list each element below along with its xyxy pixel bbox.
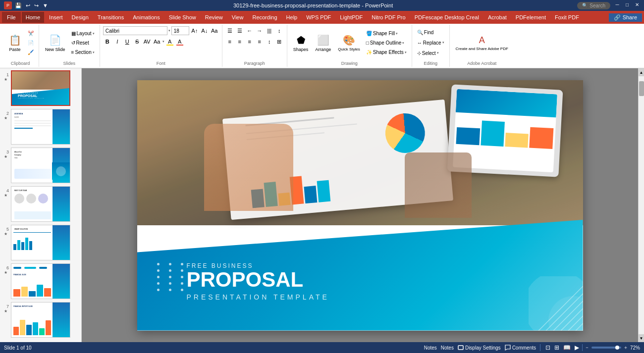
share-button[interactable]: 🔗Share [609, 13, 642, 22]
scroll-down-button[interactable]: ▼ [639, 334, 644, 342]
shape-outline-button[interactable]: □ Shape Outline ▾ [364, 39, 409, 48]
slide-canvas[interactable]: FREE BUSINESS PROPOSAL PRESENTATION TEMP… [137, 80, 583, 331]
shape-outline-dropdown[interactable]: ▾ [402, 41, 404, 45]
cut-button[interactable]: ✂️ [26, 29, 36, 38]
foxit-menu[interactable]: Foxit PDF [551, 12, 583, 23]
shape-effects-dropdown[interactable]: ▾ [405, 50, 407, 54]
font-size-input[interactable] [171, 26, 189, 35]
insert-menu[interactable]: Insert [45, 12, 67, 23]
highlight-button[interactable]: A [165, 37, 174, 46]
review-menu[interactable]: Review [201, 12, 227, 23]
smartart-button[interactable]: ⊞ [275, 37, 284, 46]
zoom-level[interactable]: 72% [630, 345, 640, 351]
layout-button[interactable]: ▦ Layout ▾ [69, 29, 97, 38]
save-button[interactable]: 💾 [14, 2, 23, 9]
slide-item-4[interactable]: 4 ★ MEET OUR TEAM [2, 186, 79, 222]
shapes-button[interactable]: ⬟ Shapes [290, 32, 312, 54]
bold-button[interactable]: B [103, 37, 112, 46]
view-menu[interactable]: View [228, 12, 248, 23]
home-menu[interactable]: Home [22, 12, 44, 23]
select-button[interactable]: ⊹ Select ▾ [415, 49, 446, 57]
scroll-thumb[interactable] [639, 81, 644, 96]
paste-button[interactable]: 📋 Paste [5, 32, 25, 54]
text-case-button[interactable]: Aa [153, 37, 161, 46]
pdfelement-menu[interactable]: PDFelement [512, 12, 550, 23]
undo-button[interactable]: ↩ [25, 2, 31, 9]
slide-item-6[interactable]: 6 ★ FINANCIAL SLIDE [2, 263, 79, 299]
notes-button[interactable]: Notes [424, 345, 437, 351]
slide-thumb-1[interactable]: FREE BUSINESS PROPOSAL PRESENTATION TEMP… [11, 70, 70, 106]
underline-button[interactable]: U [123, 37, 132, 46]
acrobat-menu[interactable]: Acrobat [484, 12, 511, 23]
animations-menu[interactable]: Animations [129, 12, 163, 23]
help-menu[interactable]: Help [282, 12, 302, 23]
increase-indent-button[interactable]: → [255, 26, 264, 35]
comments-button[interactable]: Comments [505, 345, 536, 351]
reset-button[interactable]: ↺ Reset [69, 39, 97, 48]
align-center-button[interactable]: ≡ [235, 37, 244, 46]
maximize-button[interactable]: □ [624, 2, 630, 8]
slide-item-7[interactable]: 7 ★ FINANCIAL REPORT SLIDE [2, 302, 79, 338]
zoom-in-button[interactable]: ＋ [623, 344, 628, 351]
decrease-indent-button[interactable]: ← [245, 26, 254, 35]
font-color-button[interactable]: A [175, 37, 184, 46]
clear-format-button[interactable]: Aa [210, 26, 219, 35]
transitions-menu[interactable]: Transitions [94, 12, 128, 23]
scroll-up-button[interactable]: ▲ [639, 68, 644, 76]
pdfescape-menu[interactable]: PDFescape Desktop Creal [411, 12, 483, 23]
shape-effects-button[interactable]: ✨ Shape Effects ▾ [364, 48, 409, 57]
italic-button[interactable]: I [113, 37, 122, 46]
slide-item-3[interactable]: 3 ★ About Our Company Slide [2, 148, 79, 183]
vertical-scrollbar[interactable]: ▲ ▼ [638, 68, 644, 342]
align-right-button[interactable]: ≡ [245, 37, 254, 46]
section-button[interactable]: ≡ Section ▾ [69, 48, 97, 57]
font-name-input[interactable] [103, 26, 167, 35]
new-slide-button[interactable]: 📄 New Slide [42, 32, 68, 54]
minimize-button[interactable]: ─ [614, 2, 620, 8]
increase-font-button[interactable]: A↑ [190, 26, 199, 35]
slide-thumb-5[interactable]: SMART SOLUTION [11, 225, 70, 260]
format-painter-button[interactable]: 🖌️ [26, 48, 36, 57]
arrange-button[interactable]: ⬜ Arrange [312, 32, 334, 54]
zoom-thumb[interactable] [615, 346, 619, 350]
bullets-button[interactable]: ☰ [225, 26, 234, 35]
numbering-button[interactable]: ☰ [235, 26, 244, 35]
slide-thumb-4[interactable]: MEET OUR TEAM [11, 186, 70, 222]
slideshow-menu[interactable]: Slide Show [165, 12, 200, 23]
lightpdf-menu[interactable]: LightPDF [336, 12, 367, 23]
shape-fill-dropdown[interactable]: ▾ [396, 32, 398, 36]
select-dropdown[interactable]: ▾ [437, 51, 439, 55]
recording-menu[interactable]: Recording [248, 12, 281, 23]
copy-button[interactable]: 📄 [26, 39, 36, 48]
line-spacing-button[interactable]: ↕ [265, 37, 274, 46]
slide-item-1[interactable]: 1 ★ FREE BUSINESS PROPOSAL PRESENTATION … [2, 70, 79, 106]
replace-button[interactable]: ↔ Replace ▾ [415, 38, 446, 47]
wpspdf-menu[interactable]: WPS PDF [302, 12, 335, 23]
reading-view-button[interactable]: 📖 [562, 344, 572, 351]
strikethrough-button[interactable]: S [133, 37, 142, 46]
replace-dropdown[interactable]: ▾ [442, 41, 444, 45]
text-direction-button[interactable]: ↕ [275, 26, 284, 35]
slides-panel[interactable]: 1 ★ FREE BUSINESS PROPOSAL PRESENTATION … [0, 68, 82, 342]
justify-button[interactable]: ≡ [255, 37, 264, 46]
slide-thumb-3[interactable]: About Our Company Slide [11, 148, 70, 183]
zoom-slider[interactable] [591, 347, 621, 349]
search-input[interactable]: Search [590, 3, 605, 8]
nitropdf-menu[interactable]: Nitro PDF Pro [368, 12, 409, 23]
slide-item-5[interactable]: 5 ★ SMART SOLUTION [2, 225, 79, 260]
customize-button[interactable]: ▼ [42, 2, 49, 9]
slide-sorter-button[interactable]: ⊞ [553, 344, 560, 351]
create-adobe-button[interactable]: A Create and Share Adobe PDF [453, 33, 511, 53]
close-button[interactable]: ✕ [634, 2, 640, 8]
zoom-out-button[interactable]: － [585, 344, 590, 351]
slide-thumb-6[interactable]: FINANCIAL SLIDE [11, 263, 70, 299]
redo-button[interactable]: ↪ [33, 2, 40, 9]
scroll-track[interactable] [639, 76, 644, 334]
text-columns-button[interactable]: ||| [265, 26, 274, 35]
slide-thumb-7[interactable]: FINANCIAL REPORT SLIDE [11, 302, 70, 338]
font-dropdown-icon[interactable]: ▾ [168, 29, 170, 33]
slideshow-view-button[interactable]: ▶ [574, 344, 580, 351]
file-menu[interactable]: File [2, 12, 21, 23]
slide-thumb-2[interactable]: AGENDA SLIDE [11, 109, 70, 145]
slide-item-2[interactable]: 2 ★ AGENDA SLIDE [2, 109, 79, 145]
